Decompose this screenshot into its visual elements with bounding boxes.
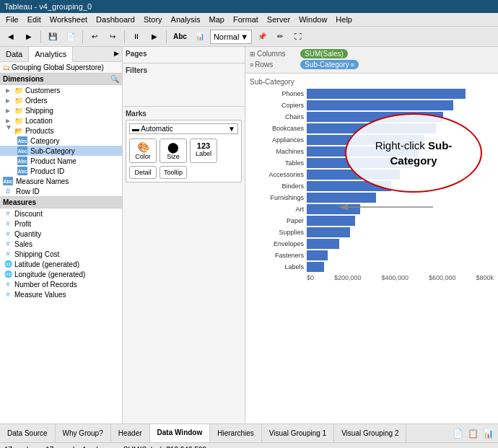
measure-discount[interactable]: # Discount [0,208,122,219]
marks-buttons-row: 🎨 Color ⬤ Size 123 Label [129,139,238,163]
dim-productname[interactable]: Abc Product Name [0,156,122,166]
dim-customers[interactable]: ▶ 📁 Customers [0,85,122,95]
hash-icon-profit: # [3,219,13,228]
menu-server[interactable]: Server [263,14,294,25]
toolbar-abc[interactable]: Abc [170,29,190,45]
bar-container[interactable] [307,262,479,272]
toolbar-pause[interactable]: ⏸ [128,29,144,45]
measure-longitude[interactable]: 🌐 Longitude (generated) [0,269,122,279]
marks-label-btn[interactable]: 123 Label [190,139,217,163]
menu-help[interactable]: Help [331,14,357,25]
measure-latitude[interactable]: 🌐 Latitude (generated) [0,259,122,269]
toolbar-back[interactable]: ◀ [3,29,19,45]
toolbar-pin[interactable]: 📌 [254,29,270,45]
tab-icon-2[interactable]: 📋 [466,427,480,440]
menu-map[interactable]: Map [205,14,229,25]
dim-orders[interactable]: ▶ 📁 Orders [0,95,122,105]
tab-visualgrouping1[interactable]: Visual Grouping 1 [262,424,334,442]
marks-type-dropdown[interactable]: ▬ Automatic ▼ [129,123,238,134]
hash-icon-measurevalues: # [3,290,13,299]
marks-size-btn[interactable]: ⬤ Size [160,139,187,163]
dim-category-label: Category [30,137,60,145]
dim-measurenames[interactable]: Abc Measure Names [0,176,122,186]
tab-icon-3[interactable]: 📊 [481,427,495,440]
measure-measurevalues[interactable]: # Measure Values [0,289,122,299]
menu-story[interactable]: Story [139,14,167,25]
tab-analytics[interactable]: Analytics [29,47,73,62]
bar-container[interactable] [307,100,479,110]
hash-icon-shippingcost: # [3,250,13,258]
dim-productid[interactable]: Abc Product ID [0,166,122,176]
toolbar-save[interactable]: 💾 [45,29,61,45]
toolbar-new[interactable]: 📄 [63,29,79,45]
folder-arrow-orders: ▶ [3,96,13,105]
measure-numrecords[interactable]: # Number of Records [0,279,122,289]
marks-tooltip-btn[interactable]: Tooltip [160,166,187,179]
marks-type-arrow: ▼ [228,125,235,133]
toolbar: ◀ ▶ 💾 📄 ↩ ↪ ⏸ ▶ Abc 📊 Normal ▼ 📌 ✏ ⛶ [0,27,498,47]
bar-row: Art [250,204,479,214]
bar-container[interactable] [307,204,479,214]
menu-analysis[interactable]: Analysis [167,14,205,25]
menu-worksheet[interactable]: Worksheet [45,14,92,25]
bar-container[interactable] [307,216,479,226]
tab-visualgrouping2[interactable]: Visual Grouping 2 [334,424,406,442]
tab-icon-1[interactable]: 📄 [451,427,465,440]
measure-shippingcost[interactable]: # Shipping Cost [0,249,122,259]
tab-whygroup[interactable]: Why Group? [56,424,111,442]
folder-icon-products: 📂 [14,126,24,135]
dim-products-label: Products [25,127,53,135]
marks-detail-btn[interactable]: Detail [129,166,157,179]
title-bar: Tableau - v4_grouping_0 [0,0,498,13]
dim-category[interactable]: Abc Category [0,136,122,146]
menu-window[interactable]: Window [294,14,331,25]
detail-label: Detail [134,169,151,176]
toolbar-run[interactable]: ▶ [147,29,162,45]
marks-row2: Detail Tooltip [129,166,238,179]
tab-datasource[interactable]: Data Source [0,424,56,442]
toolbar-forward[interactable]: ▶ [21,29,37,45]
tab-header[interactable]: Header [111,424,150,442]
toolbar-chart[interactable]: 📊 [192,29,208,45]
dim-products[interactable]: ▶ 📂 Products [0,126,122,136]
toolbar-undo[interactable]: ↩ [87,29,102,45]
bar-container[interactable] [307,250,479,260]
bar-container[interactable] [307,239,479,249]
measure-quantity[interactable]: # Quantity [0,229,122,239]
tab-hierarchies[interactable]: Hierarchies [210,424,262,442]
tooltip-label: Tooltip [164,169,183,176]
bar-fill [307,227,350,237]
menu-edit[interactable]: Edit [23,14,45,25]
bar-label: Supplies [250,229,304,236]
measure-shippingcost-label: Shipping Cost [14,250,59,258]
toolbar-fullscreen[interactable]: ⛶ [290,29,306,45]
toolbar-pencil[interactable]: ✏ [272,29,288,45]
dim-rowid-label: Row ID [16,188,40,196]
bar-container[interactable] [307,227,479,237]
measure-profit[interactable]: # Profit [0,219,122,229]
bar-container[interactable] [307,89,479,99]
toolbar-redo[interactable]: ↪ [105,29,121,45]
rows-label: ≡ Rows [250,61,300,69]
rows-pill[interactable]: Sub-Category ≡ [300,60,359,69]
menu-dashboard[interactable]: Dashboard [92,14,139,25]
bar-label: Copiers [250,102,304,109]
bar-container[interactable] [307,193,479,203]
tab-data[interactable]: Data [0,47,29,61]
measure-sales[interactable]: # Sales [0,239,122,249]
normal-dropdown[interactable]: Normal ▼ [210,30,252,44]
dimensions-search-icon[interactable]: 🔍 [110,75,119,83]
toolbar-sep3 [124,30,125,43]
marks-color-btn[interactable]: 🎨 Color [129,139,157,163]
menu-file[interactable]: File [1,14,23,25]
panel-options-arrow[interactable]: ▶ [111,47,122,61]
dim-subcategory[interactable]: Abc Sub-Category [0,146,122,156]
menu-format[interactable]: Format [229,14,263,25]
dim-shipping[interactable]: ▶ 📁 Shipping [0,105,122,115]
dim-location[interactable]: ▶ 📁 Location [0,115,122,126]
columns-pill[interactable]: SUM(Sales) [300,49,348,58]
dim-rowid[interactable]: # Row ID [0,186,122,196]
bar-fill [307,193,376,203]
chart-panel: ⊞ Columns SUM(Sales) ≡ Rows Sub-Category… [245,47,498,423]
tab-datawindow[interactable]: Data Window [150,424,211,442]
